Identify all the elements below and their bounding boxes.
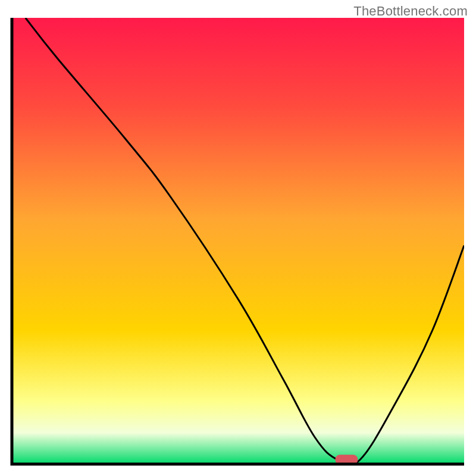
bottleneck-chart [0, 0, 476, 476]
chart-container: TheBottleneck.com [0, 0, 476, 476]
watermark-text: TheBottleneck.com [353, 4, 468, 19]
